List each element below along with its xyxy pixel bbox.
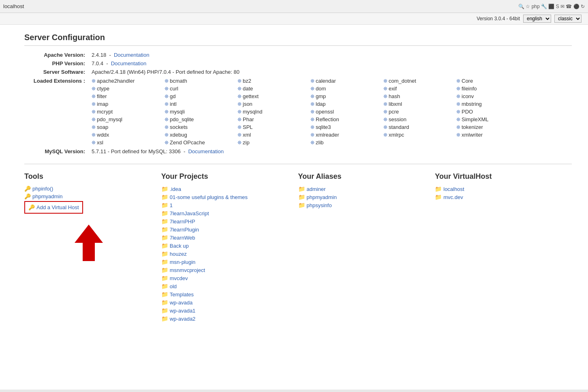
- apache-value: 2.4.18 - Documentation: [89, 51, 572, 59]
- project-link[interactable]: 7learnWeb: [170, 235, 195, 241]
- alias-item: 📁adminer: [298, 185, 427, 193]
- folder-icon: 📁: [161, 234, 168, 241]
- add-virtualhost-link[interactable]: Add a Virtual Host: [36, 204, 79, 210]
- ext-icon: ❊: [310, 101, 314, 107]
- browser-right: 🔍 ☆ php 🔧 ⬛ S ✉ ☎ ⚫ ↻: [518, 4, 585, 9]
- vhost-link[interactable]: localhost: [443, 186, 464, 192]
- ext-icon: ❊: [92, 132, 96, 138]
- ext-icon: ❊: [456, 101, 460, 107]
- virtualhost-list: 📁localhost📁mvc.dev: [435, 185, 564, 201]
- ext-item: ❊soap: [92, 124, 165, 131]
- ext-item: ❊mysqlnd: [237, 108, 310, 115]
- add-virtualhost-item: 🔑 Add a Virtual Host: [28, 203, 79, 211]
- phpmyadmin-link[interactable]: phpmyadmin: [32, 193, 62, 199]
- project-link[interactable]: .idea: [170, 186, 181, 192]
- ext-icon: ❊: [92, 94, 96, 99]
- php-doc-link[interactable]: Documentation: [111, 60, 146, 66]
- project-item: 📁7learnWeb: [161, 233, 290, 242]
- ext-item: ❊PDO: [456, 108, 529, 115]
- alias-folder-icon: 📁: [298, 194, 305, 200]
- alias-link[interactable]: phpsysinfo: [307, 202, 332, 208]
- ext-item: ❊exif: [383, 85, 456, 92]
- ext-icon: ❊: [237, 78, 242, 84]
- project-link[interactable]: Back up: [170, 243, 189, 249]
- ext-icon: ❊: [237, 86, 242, 92]
- project-link[interactable]: msn-plugin: [170, 259, 196, 265]
- phpinfo-link[interactable]: phpinfo(): [32, 186, 53, 192]
- software-row: Server Software: Apache/2.4.18 (Win64) P…: [24, 68, 572, 76]
- project-link[interactable]: 7learnPlugin: [170, 227, 199, 233]
- apache-doc-link[interactable]: Documentation: [114, 52, 149, 58]
- ext-icon: ❊: [92, 86, 96, 92]
- ext-icon: ❊: [165, 94, 169, 99]
- ext-icon: ❊: [456, 78, 460, 84]
- ext-item: ❊SPL: [237, 124, 310, 131]
- projects-title: Your Projects: [161, 172, 290, 181]
- alias-folder-icon: 📁: [298, 202, 305, 208]
- folder-icon: 📁: [161, 218, 168, 225]
- alias-link[interactable]: phpmyadmin: [307, 194, 337, 200]
- phpinfo-item: 🔑 phpinfo(): [24, 185, 153, 193]
- tools-col: Tools 🔑 phpinfo() 🔑 phpmyadmin 🔑 Add a V…: [24, 172, 161, 323]
- project-item: 📁7learnPHP: [161, 217, 290, 225]
- ext-item: ❊com_dotnet: [383, 77, 456, 84]
- alias-link[interactable]: adminer: [307, 186, 326, 192]
- project-link[interactable]: 01-some useful plugins & themes: [170, 194, 248, 200]
- theme-select[interactable]: classic: [554, 15, 582, 23]
- key-icon-phpinfo: 🔑: [24, 186, 31, 192]
- ext-icon: ❊: [92, 109, 96, 115]
- folder-icon: 📁: [161, 307, 168, 314]
- ext-item: ❊imap: [92, 101, 165, 107]
- project-link[interactable]: msnmvcproject: [170, 267, 205, 273]
- project-link[interactable]: houzez: [170, 251, 187, 257]
- software-label: Server Software:: [24, 68, 89, 76]
- apache-label: Apache Version:: [24, 51, 89, 59]
- ext-icon: ❊: [165, 117, 169, 122]
- ext-icon: ❊: [92, 101, 96, 107]
- ext-item: ❊gmp: [310, 93, 383, 100]
- project-link[interactable]: wp-avada2: [170, 316, 196, 322]
- ext-item: ❊mcrypt: [92, 108, 165, 115]
- project-item: 📁wp-avada2: [161, 315, 290, 323]
- ext-item: ❊xmlreader: [310, 131, 383, 138]
- mysql-value: 5.7.11 - Port defined for MySQL: 3306 - …: [89, 147, 572, 156]
- extensions-cell: ❊apache2handler❊bcmath❊bz2❊calendar❊com_…: [89, 76, 572, 147]
- ext-icon: ❊: [310, 124, 314, 130]
- project-link[interactable]: 7learnJavaScript: [170, 210, 209, 216]
- language-select[interactable]: english: [523, 15, 551, 23]
- project-link[interactable]: wp-avada1: [170, 308, 196, 314]
- project-link[interactable]: wp-avada: [170, 300, 192, 306]
- add-virtualhost-box: 🔑 Add a Virtual Host: [24, 201, 83, 214]
- ext-item: ❊ldap: [310, 101, 383, 107]
- project-link[interactable]: Templates: [170, 291, 194, 298]
- svg-marker-0: [75, 225, 103, 261]
- ext-icon: ❊: [237, 124, 242, 130]
- project-link[interactable]: mvcdev: [170, 275, 188, 281]
- project-item: 📁1: [161, 201, 290, 209]
- mysql-row: MySQL Version: 5.7.11 - Port defined for…: [24, 147, 572, 156]
- ext-item: ❊wddx: [92, 131, 165, 138]
- folder-icon: 📁: [161, 267, 168, 273]
- vhost-link[interactable]: mvc.dev: [443, 194, 463, 200]
- up-arrow: [73, 223, 105, 263]
- project-item: 📁houzez: [161, 250, 290, 258]
- ext-item: ❊filter: [92, 93, 165, 100]
- folder-icon: 📁: [161, 242, 168, 249]
- ext-item: ❊mysqli: [165, 108, 237, 115]
- project-link[interactable]: old: [170, 283, 177, 289]
- ext-item: ❊xmlwriter: [456, 131, 529, 138]
- ext-item: ❊mbstring: [456, 101, 529, 107]
- folder-icon: 📁: [161, 283, 168, 289]
- ext-icon: ❊: [310, 132, 314, 138]
- ext-item: ❊pdo_sqlite: [165, 116, 237, 123]
- version-bar: Version 3.0.4 - 64bit english classic: [0, 13, 588, 25]
- server-config-table: Apache Version: 2.4.18 - Documentation P…: [24, 51, 572, 156]
- aliases-col: Your Aliases 📁adminer📁phpmyadmin📁phpsysi…: [298, 172, 435, 323]
- ext-icon: ❊: [310, 78, 314, 84]
- mysql-doc-link[interactable]: Documentation: [188, 148, 223, 154]
- project-link[interactable]: 1: [170, 202, 173, 208]
- project-link[interactable]: 7learnPHP: [170, 218, 195, 225]
- ext-icon: ❊: [92, 140, 96, 146]
- extensions-row: Loaded Extensions : ❊apache2handler❊bcma…: [24, 76, 572, 147]
- ext-icon: ❊: [237, 109, 242, 115]
